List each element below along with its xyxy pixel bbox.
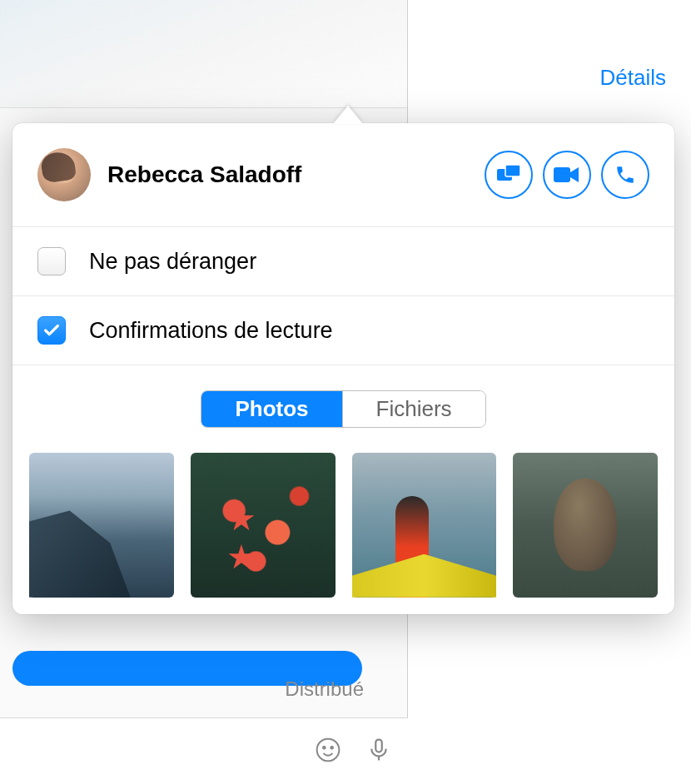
action-buttons xyxy=(485,151,649,199)
microphone-icon[interactable] xyxy=(366,734,391,769)
svg-rect-3 xyxy=(375,739,382,752)
do-not-disturb-label: Ne pas déranger xyxy=(89,249,256,275)
details-popover: Rebecca Saladoff xyxy=(12,123,674,614)
svg-point-0 xyxy=(317,738,340,761)
toolbar-background xyxy=(0,0,407,108)
video-call-button[interactable] xyxy=(543,151,591,199)
read-receipts-checkbox[interactable] xyxy=(37,316,66,345)
read-receipts-label: Confirmations de lecture xyxy=(89,318,333,344)
svg-rect-7 xyxy=(554,167,570,182)
svg-point-2 xyxy=(331,747,333,749)
photo-thumbnail[interactable] xyxy=(29,453,174,598)
segmented-control: Photos Fichiers xyxy=(201,390,485,428)
do-not-disturb-checkbox[interactable] xyxy=(37,247,66,275)
contact-header-row: Rebecca Saladoff xyxy=(12,123,674,227)
do-not-disturb-row: Ne pas déranger xyxy=(12,227,674,296)
audio-call-button[interactable] xyxy=(601,151,649,199)
svg-point-1 xyxy=(323,747,326,749)
details-button[interactable]: Détails xyxy=(600,65,666,91)
svg-rect-6 xyxy=(505,165,520,176)
contact-name: Rebecca Saladoff xyxy=(107,161,485,188)
attachments-tabs: Photos Fichiers xyxy=(12,365,674,444)
photo-thumbnail[interactable] xyxy=(191,453,336,598)
screenshare-button[interactable] xyxy=(485,151,533,199)
photo-thumbnail[interactable] xyxy=(513,453,658,598)
emoji-picker-icon[interactable] xyxy=(315,737,341,767)
photo-thumbnail[interactable] xyxy=(352,453,497,598)
tab-photos[interactable]: Photos xyxy=(201,391,341,427)
tab-files[interactable]: Fichiers xyxy=(342,391,485,427)
read-receipts-row: Confirmations de lecture xyxy=(12,296,674,365)
avatar[interactable] xyxy=(37,148,91,201)
photos-grid xyxy=(12,444,674,614)
delivery-status: Distribué xyxy=(285,677,364,701)
popover-arrow xyxy=(333,106,363,124)
message-input-bar[interactable] xyxy=(0,717,408,784)
